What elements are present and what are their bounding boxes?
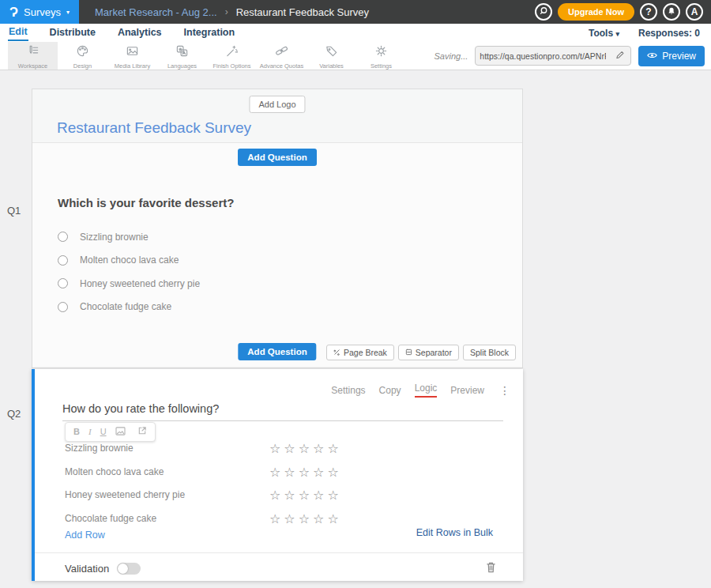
- matrix-row: Sizzling brownie ☆☆☆☆☆: [65, 437, 493, 461]
- option-row[interactable]: Molten choco lava cake: [58, 249, 522, 273]
- star-icon[interactable]: ☆: [313, 466, 327, 479]
- matrix-row-links: Add Row Edit Rows in Bulk: [65, 527, 493, 543]
- bold-button[interactable]: B: [73, 427, 80, 437]
- question-number-q2: Q2: [7, 408, 21, 420]
- star-icon[interactable]: ☆: [313, 512, 327, 526]
- matrix-row-label[interactable]: Molten choco lava cake: [65, 466, 164, 477]
- star-icon[interactable]: ☆: [299, 512, 313, 526]
- radio-icon[interactable]: [58, 278, 68, 288]
- star-icon[interactable]: ☆: [327, 442, 341, 455]
- external-link-button[interactable]: [137, 426, 147, 438]
- star-icon[interactable]: ☆: [284, 488, 298, 502]
- top-navbar: Ɂ Surveys ▾ Market Research - Aug 2... ›…: [0, 0, 711, 24]
- radio-icon[interactable]: [58, 255, 68, 266]
- radio-icon[interactable]: [58, 302, 68, 312]
- separator-button[interactable]: Separator: [398, 345, 459, 360]
- star-icon[interactable]: ☆: [327, 488, 341, 502]
- toolbar-item-languages[interactable]: Languages: [157, 42, 207, 70]
- search-button[interactable]: [535, 3, 552, 21]
- image-icon: [126, 44, 139, 61]
- star-icon[interactable]: ☆: [313, 488, 327, 502]
- question-2-text[interactable]: How do you rate the following?: [62, 402, 503, 421]
- toolbar-item-design[interactable]: Design: [58, 42, 107, 70]
- question-settings-link[interactable]: Settings: [331, 385, 365, 396]
- toolbar-item-advance-quotas[interactable]: Advance Quotas: [257, 42, 307, 70]
- divider: [35, 552, 523, 553]
- question-1-text[interactable]: Which is your favorite dessert?: [58, 196, 522, 209]
- tab-distribute[interactable]: Distribute: [49, 25, 96, 40]
- star-icon[interactable]: ☆: [269, 466, 284, 479]
- help-button[interactable]: ?: [640, 3, 657, 21]
- survey-url-input[interactable]: [476, 51, 610, 61]
- section-nav-right: Tools ▾ Responses: 0: [589, 28, 703, 39]
- star-icon[interactable]: ☆: [269, 512, 284, 526]
- question-copy-link[interactable]: Copy: [379, 385, 401, 396]
- star-icon[interactable]: ☆: [269, 488, 284, 502]
- star-icon[interactable]: ☆: [284, 466, 298, 479]
- toolbar-item-settings[interactable]: Settings: [356, 42, 406, 70]
- star-icon[interactable]: ☆: [327, 466, 341, 479]
- workspace-icon: [26, 44, 40, 61]
- toolbar-item-workspace[interactable]: Workspace: [8, 42, 58, 70]
- star-icon[interactable]: ☆: [299, 488, 313, 502]
- option-row[interactable]: Honey sweetened cherry pie: [58, 272, 522, 296]
- star-icon[interactable]: ☆: [313, 442, 327, 455]
- edit-rows-in-bulk-link[interactable]: Edit Rows in Bulk: [416, 527, 493, 538]
- toolbar-items: Workspace Design Media Library Languages…: [0, 42, 406, 70]
- add-logo-button[interactable]: Add Logo: [249, 96, 305, 113]
- split-block-button[interactable]: Split Block: [463, 345, 516, 360]
- star-icon[interactable]: ☆: [327, 512, 341, 526]
- responses-count[interactable]: Responses: 0: [638, 28, 700, 39]
- insert-image-button[interactable]: [115, 427, 126, 438]
- survey-title[interactable]: Restaurant Feedback Survey: [57, 119, 251, 137]
- star-icon[interactable]: ☆: [284, 512, 298, 526]
- toggle-knob: [118, 564, 128, 574]
- question-1-options: Sizzling brownie Molten choco lava cake …: [58, 225, 522, 318]
- matrix-row-label[interactable]: Sizzling brownie: [65, 443, 134, 454]
- validation-toggle[interactable]: [117, 563, 141, 575]
- separator-icon: [405, 348, 412, 357]
- toolbar-item-finish-options[interactable]: Finish Options: [207, 42, 257, 70]
- add-row-link[interactable]: Add Row: [65, 530, 105, 541]
- account-avatar[interactable]: A: [686, 3, 703, 21]
- edit-toolbar: Workspace Design Media Library Languages…: [0, 42, 711, 70]
- star-icon[interactable]: ☆: [269, 442, 284, 455]
- survey-block-2-selected: Settings Copy Logic Preview ⋮ How do you…: [32, 369, 523, 581]
- chevron-down-icon: ▾: [66, 9, 70, 16]
- block-actions-row: Add Question Page Break Separator Split …: [32, 342, 522, 364]
- star-icon[interactable]: ☆: [299, 442, 313, 455]
- breadcrumb-folder[interactable]: Market Research - Aug 2...: [95, 6, 217, 18]
- bell-icon: [667, 6, 676, 18]
- tab-edit[interactable]: Edit: [8, 24, 28, 41]
- question-2-actions: Settings Copy Logic Preview ⋮: [331, 383, 510, 398]
- delete-question-button[interactable]: [486, 561, 496, 576]
- option-row[interactable]: Sizzling brownie: [58, 225, 522, 249]
- notifications-button[interactable]: [663, 3, 680, 21]
- question-logic-link[interactable]: Logic: [415, 383, 438, 398]
- add-question-button-top[interactable]: Add Question: [238, 149, 316, 166]
- tab-integration[interactable]: Integration: [183, 25, 236, 40]
- tools-menu[interactable]: Tools ▾: [589, 28, 619, 39]
- question-preview-link[interactable]: Preview: [450, 385, 484, 396]
- matrix-row-label[interactable]: Honey sweetened cherry pie: [65, 489, 185, 500]
- star-icon[interactable]: ☆: [284, 442, 298, 455]
- edit-url-button[interactable]: [610, 46, 630, 66]
- pencil-icon: [615, 50, 625, 62]
- surveys-menu[interactable]: Ɂ Surveys ▾: [0, 0, 79, 24]
- italic-button[interactable]: I: [88, 427, 92, 437]
- kebab-menu-icon[interactable]: ⋮: [499, 384, 510, 397]
- matrix-row-label[interactable]: Chocolate fudge cake: [65, 513, 156, 524]
- star-icon[interactable]: ☆: [299, 466, 313, 479]
- underline-button[interactable]: U: [100, 427, 107, 437]
- preview-button[interactable]: Preview: [638, 46, 705, 66]
- option-row[interactable]: Chocolate fudge cake: [58, 296, 522, 319]
- toolbar-item-media-library[interactable]: Media Library: [107, 42, 157, 70]
- radio-icon[interactable]: [58, 232, 68, 242]
- add-question-button-bottom[interactable]: Add Question: [238, 343, 316, 360]
- tag-icon: [325, 44, 338, 61]
- survey-editor-screen: Ɂ Surveys ▾ Market Research - Aug 2... ›…: [0, 0, 711, 588]
- tab-analytics[interactable]: Analytics: [117, 25, 163, 40]
- toolbar-item-variables[interactable]: Variables: [307, 42, 356, 70]
- page-break-button[interactable]: Page Break: [326, 345, 394, 360]
- upgrade-now-button[interactable]: Upgrade Now: [558, 3, 634, 21]
